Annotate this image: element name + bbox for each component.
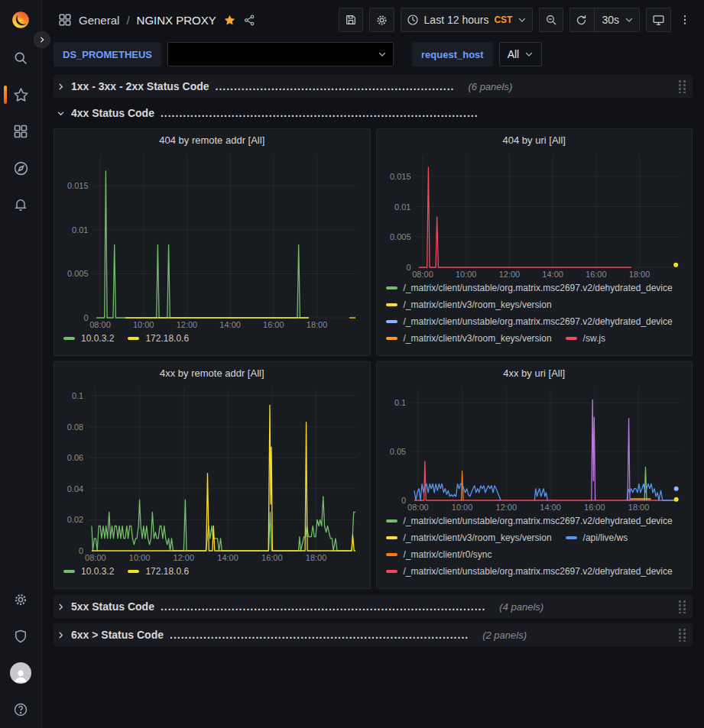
compass-icon [13, 160, 29, 176]
sidebar-item-settings[interactable] [0, 581, 41, 618]
y-axis-tick-label: 0.04 [67, 484, 83, 493]
x-axis-tick-label: 16:00 [584, 503, 605, 512]
top-nav: General / NGINX PROXY [42, 0, 704, 40]
variable-ds-value-select[interactable] [167, 42, 394, 66]
series-point [673, 497, 678, 502]
chart-4xx-by-remote-addr[interactable]: 08:0010:0012:0014:0016:0018:0000.020.040… [60, 382, 363, 564]
legend-swatch [386, 286, 397, 290]
x-axis-tick-label: 16:00 [263, 320, 284, 329]
refresh-group[interactable]: 30s [569, 8, 640, 32]
x-axis-tick-label: 16:00 [586, 270, 607, 279]
dashboard-settings-button[interactable] [369, 8, 394, 32]
clock-icon [407, 14, 419, 26]
chart-404-by-uri[interactable]: 08:0010:0012:0014:0016:0018:0000.0050.01… [383, 149, 686, 280]
x-axis-tick-label: 08:00 [85, 553, 106, 562]
legend-item[interactable]: /_matrix/client/v3/room_keys/version [386, 333, 552, 344]
legend-item[interactable]: /_matrix/client/unstable/org.matrix.msc2… [386, 283, 673, 293]
legend-item[interactable]: /_matrix/client/v3/room_keys/version [386, 532, 552, 543]
sidebar-item-alerting[interactable] [0, 186, 41, 223]
zoom-out-time-button[interactable] [539, 8, 563, 32]
timezone-label: CST [494, 15, 512, 25]
chart-404-by-remote-addr[interactable]: 08:0010:0012:0014:0016:0018:0000.0050.01… [60, 149, 363, 331]
x-axis-tick-label: 14:00 [219, 320, 241, 329]
panel-4xx-by-remote-addr: 4xx by remote addr [All] 08:0010:0012:00… [54, 361, 371, 589]
time-range-picker[interactable]: Last 12 hours CST [401, 8, 534, 32]
x-axis-tick-label: 14:00 [540, 503, 561, 512]
y-axis-tick-label: 0.1 [394, 398, 405, 407]
more-options-button[interactable] [677, 8, 693, 32]
grafana-logo-icon [11, 10, 31, 30]
legend-item[interactable]: /api/live/ws [566, 532, 628, 543]
x-axis-tick-label: 08:00 [412, 270, 433, 279]
series-line [627, 484, 674, 500]
x-axis-tick-label: 18:00 [628, 503, 649, 512]
row-6xx[interactable]: 6xx > Status Code ......................… [54, 623, 693, 646]
save-icon [345, 14, 357, 26]
legend-item[interactable]: /_matrix/client/v3/room_keys/version [386, 299, 552, 310]
avatar [10, 662, 31, 684]
save-dashboard-button[interactable] [339, 8, 363, 32]
sidebar-item-help[interactable] [0, 691, 41, 728]
x-axis-tick-label: 14:00 [217, 553, 238, 562]
breadcrumb: General / NGINX PROXY [58, 13, 256, 27]
panel-legend: 10.0.3.2172.18.0.6 [60, 333, 364, 350]
row-drag-handle[interactable] [679, 80, 686, 93]
sidebar-item-server-admin[interactable] [0, 618, 41, 655]
kiosk-mode-button[interactable] [646, 8, 671, 32]
breadcrumb-separator: / [126, 14, 129, 27]
x-axis-tick-label: 10:00 [451, 503, 472, 512]
legend-item[interactable]: 10.0.3.2 [63, 566, 114, 577]
sidebar-item-explore[interactable] [0, 150, 41, 186]
y-axis-tick-label: 0.05 [389, 447, 405, 456]
sidebar-expand-button[interactable] [34, 31, 50, 48]
sidebar-item-starred[interactable] [0, 76, 41, 113]
legend-item[interactable]: 172.18.0.6 [128, 566, 189, 577]
y-axis-tick-label: 0 [79, 546, 83, 555]
variable-host-label[interactable]: request_host [412, 42, 493, 66]
row-5xx[interactable]: 5xx Status Code ........................… [54, 595, 693, 618]
variable-host-group: request_host All [412, 42, 542, 66]
panel-title[interactable]: 4xx by remote addr [All] [60, 365, 364, 382]
x-axis-tick-label: 10:00 [129, 553, 151, 562]
row-drag-handle[interactable] [679, 600, 686, 613]
legend-item[interactable]: /sw.js [566, 333, 605, 344]
variable-host-value-select[interactable]: All [499, 42, 543, 66]
panel-title[interactable]: 404 by remote addr [All] [60, 132, 364, 149]
x-axis-tick-label: 10:00 [133, 320, 154, 329]
chevron-right-icon [38, 36, 46, 44]
favorite-star-icon[interactable] [223, 14, 236, 27]
chevron-right-icon [57, 631, 65, 639]
star-outline-icon [13, 87, 29, 103]
variable-ds-label[interactable]: DS_PROMETHEUS [54, 42, 161, 66]
breadcrumb-section[interactable]: General [79, 14, 119, 27]
row-4xx[interactable]: 4xx Status Code ........................… [54, 102, 693, 125]
legend-swatch [128, 570, 139, 573]
legend-swatch [386, 320, 397, 323]
legend-label: 172.18.0.6 [145, 333, 189, 344]
sidebar-item-profile[interactable] [0, 655, 41, 691]
row-1xx-3xx-2xx[interactable]: 1xx - 3xx - 2xx Status Code ............… [54, 75, 693, 98]
zoom-out-icon [545, 14, 557, 26]
legend-item[interactable]: /_matrix/client/unstable/org.matrix.msc2… [386, 566, 673, 577]
panel-legend: /_matrix/client/unstable/org.matrix.msc2… [383, 516, 686, 583]
sidebar-item-dashboards[interactable] [0, 113, 41, 150]
legend-item[interactable]: /_matrix/client/unstable/org.matrix.msc2… [386, 516, 673, 526]
panel-title[interactable]: 404 by uri [All] [383, 132, 686, 149]
chevron-right-icon [57, 603, 65, 611]
refresh-interval-label: 30s [602, 14, 619, 26]
monitor-icon [652, 14, 665, 27]
chevron-right-icon [57, 83, 65, 91]
y-axis-tick-label: 0.01 [72, 225, 88, 235]
panel-title[interactable]: 4xx by uri [All] [383, 365, 686, 382]
y-axis-tick-label: 0.02 [67, 515, 83, 524]
legend-item[interactable]: 10.0.3.2 [63, 333, 114, 344]
y-axis-tick-label: 0.005 [67, 269, 89, 278]
legend-item[interactable]: 172.18.0.6 [128, 333, 189, 344]
chart-4xx-by-uri[interactable]: 08:0010:0012:0014:0016:0018:0000.050.1 [383, 382, 686, 513]
legend-item[interactable]: /_matrix/client/unstable/org.matrix.msc2… [386, 316, 673, 327]
share-icon[interactable] [243, 14, 256, 27]
legend-item[interactable]: /_matrix/client/r0/sync [386, 549, 492, 560]
row-drag-handle[interactable] [679, 629, 686, 642]
legend-label: /_matrix/client/unstable/org.matrix.msc2… [404, 316, 673, 327]
series-point [673, 487, 678, 491]
